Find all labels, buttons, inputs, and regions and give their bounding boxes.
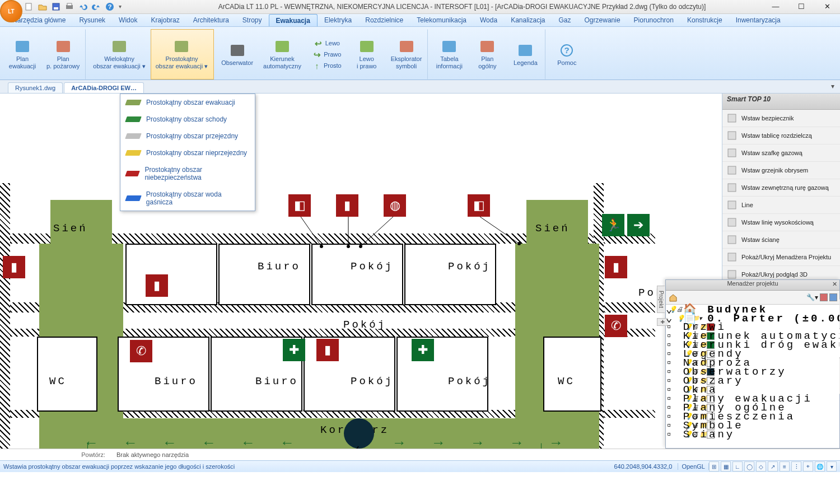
menu-tab-stropy[interactable]: Stropy [236,14,269,26]
menu-tab-konstrukcje[interactable]: Konstrukcje [680,14,729,26]
legend-button[interactable]: Legenda [506,29,545,80]
info-table-button[interactable]: Tabelainformacji [430,29,468,80]
project-opt1-icon[interactable] [820,293,828,301]
smart-top-item[interactable]: Line [722,197,840,214]
dropdown-item[interactable]: Prostokątny obszar niebezpieczeństwa [120,161,255,186]
tree-row[interactable]: ▫ Ściany💡🖨📁 [666,430,839,439]
status-render-mode[interactable]: OpenGL [678,463,709,470]
app-logo[interactable]: LT [0,0,22,22]
rect-area-button[interactable]: Prostokątnyobszar ewakuacji ▾ [151,29,214,80]
symbol-explorer-button[interactable]: Eksploratorsymboli [386,29,428,80]
menu-tab-rozdzielnice[interactable]: Rozdzielnice [358,14,410,26]
plan-evac-button[interactable]: Planewakuacji [3,29,41,80]
smart-top-item[interactable]: Wstaw bezpiecznik [722,110,840,127]
menu-tab-rysunek[interactable]: Rysunek [72,14,112,26]
smart-top-item[interactable]: Wstaw ścianę [722,231,840,249]
sign-first-aid: ✚ [412,339,434,361]
project-side-tab[interactable]: Projekt [657,286,665,313]
qat-help-icon[interactable]: ? [105,2,114,11]
qat-redo-icon[interactable] [92,2,101,11]
menu-tab-krajobraz[interactable]: Krajobraz [144,14,186,26]
dropdown-item[interactable]: Prostokątny obszar przejezdny [120,128,255,144]
document-tab[interactable]: ArCADia-DROGI EW… [64,82,144,93]
project-close-icon[interactable]: ✕ [832,281,837,288]
view3d-icon [727,269,737,279]
status-grid-icon[interactable]: ▦ [721,461,731,472]
area-swatch-icon [125,171,140,176]
arrow-right-button[interactable]: ↪Prawo [310,49,344,60]
ribbon: PlanewakuacjiPlanp. pożarowyWielokątnyob… [0,27,840,80]
menu-tab-architektura[interactable]: Architektura [186,14,236,26]
arrow-left-button[interactable]: ↩Lewo [310,38,344,49]
close-button[interactable]: ✕ [814,0,840,13]
maximize-button[interactable]: ☐ [788,0,814,13]
status-model-icon[interactable]: ᎒ [791,461,801,472]
status-globe-icon[interactable]: 🌐 [815,461,825,472]
menu-tab-ewakuacja[interactable]: Ewakuacja [269,14,318,26]
project-filter-icon[interactable]: 🔧▾ [806,293,818,301]
observer-button[interactable]: Obserwator [216,29,258,80]
dropdown-item[interactable]: Prostokątny obszar nieprzejezdny [120,144,255,161]
menu-tab-elektryka[interactable]: Elektryka [318,14,358,26]
qat-save-icon[interactable] [52,2,60,11]
room-label: Sień [53,222,88,235]
qat-undo-icon[interactable] [78,2,87,11]
minimize-button[interactable]: — [763,0,788,13]
observer-icon [228,43,247,58]
svg-rect-14 [400,41,413,52]
doc-tabs-menu-icon[interactable]: ▾ [831,82,834,90]
smart-top-item[interactable]: Wstaw linię wysokościową [722,214,840,231]
qat-new-icon[interactable] [25,2,34,11]
project-tree[interactable]: ⌄ 🏠 Budynek💡🖨📁▾⌄ 📄 0. Parter (±0.00=0.00… [666,305,839,448]
dropdown-item[interactable]: Prostokątny obszar woda gaśnicza [120,186,255,211]
menu-tab-woda[interactable]: Woda [473,14,504,26]
menu-tab-telekomunikacja[interactable]: Telekomunikacja [410,14,473,26]
project-title-bar[interactable]: Menadżer projektu ✕ [666,280,839,291]
svg-line-27 [480,217,519,244]
smart-top-item[interactable]: Wstaw szafkę gazową [722,144,840,162]
smart-top-item[interactable]: Wstaw grzejnik obrysem [722,162,840,179]
smart-top-title: Smart TOP 10 [722,94,840,110]
menu-tab-inwentaryzacja[interactable]: Inwentaryzacja [729,14,787,26]
menu-tab-widok[interactable]: Widok [112,14,144,26]
polygon-area-button[interactable]: Wielokątnyobszar ewakuacji ▾ [88,29,150,80]
qat-open-icon[interactable] [38,2,47,11]
help-button[interactable]: ?Pomoc [548,29,586,80]
svg-text:?: ? [108,3,112,10]
project-opt2-icon[interactable] [829,293,837,301]
auto-dir-button[interactable]: Kierunekautomatyczny [258,29,306,80]
arrow-up-button[interactable]: ↑Prosto [310,60,344,71]
status-track-icon[interactable]: ↗ [768,461,778,472]
command-prompt-label: Powtórz: [4,451,116,458]
svg-rect-32 [728,166,736,174]
dropdown-item[interactable]: Prostokątny obszar schody [120,111,255,128]
evac-arrow-icon: ← [202,434,216,449]
smart-top-item[interactable]: Wstaw zewnętrzną rurę gazową [722,179,840,197]
general-plan-icon [478,39,497,54]
dropdown-item[interactable]: Prostokątny obszar ewakuacji [120,94,255,111]
status-ortho-icon[interactable]: ∟ [732,461,743,472]
status-dropdown-icon[interactable]: ▾ [827,461,837,472]
document-tab[interactable]: Rysunek1.dwg [8,82,63,93]
status-snap-icon[interactable]: ⊞ [709,461,719,472]
menu-tab-gaz[interactable]: Gaz [552,14,578,26]
drawing-canvas[interactable]: Prostokątny obszar ewakuacjiProstokątny … [0,94,722,449]
smart-top-item[interactable]: Wstaw tablicę rozdzielczą [722,127,840,144]
smart-top-item[interactable]: Pokaż/Ukryj Menadżera Projektu [722,249,840,266]
project-home-icon[interactable] [668,292,678,302]
status-osnap-icon[interactable]: ◇ [756,461,766,472]
status-polar-icon[interactable]: ◯ [744,461,754,472]
qat-print-icon[interactable] [65,2,74,11]
general-plan-button[interactable]: Planogólny [468,29,506,80]
status-lwt-icon[interactable]: ≡ [780,461,790,472]
split-lr-button[interactable]: Lewoi prawo [348,29,386,80]
qat-dropdown-icon[interactable]: ▾ [119,2,128,11]
menu-tab-piorunochron[interactable]: Piorunochron [627,14,680,26]
command-text[interactable]: Brak aktywnego narzędzia [116,451,189,458]
project-manager-panel[interactable]: Projekt + PodrysRzut 1Widok 3D Menadżer … [665,279,840,449]
menu-tab-ogrzewanie[interactable]: Ogrzewanie [578,14,627,26]
svg-rect-10 [175,41,188,52]
plan-fire-button[interactable]: Planp. pożarowy [41,29,86,80]
menu-tab-kanalizacja[interactable]: Kanalizacja [504,14,552,26]
status-target-icon[interactable]: ⌖ [803,461,813,472]
